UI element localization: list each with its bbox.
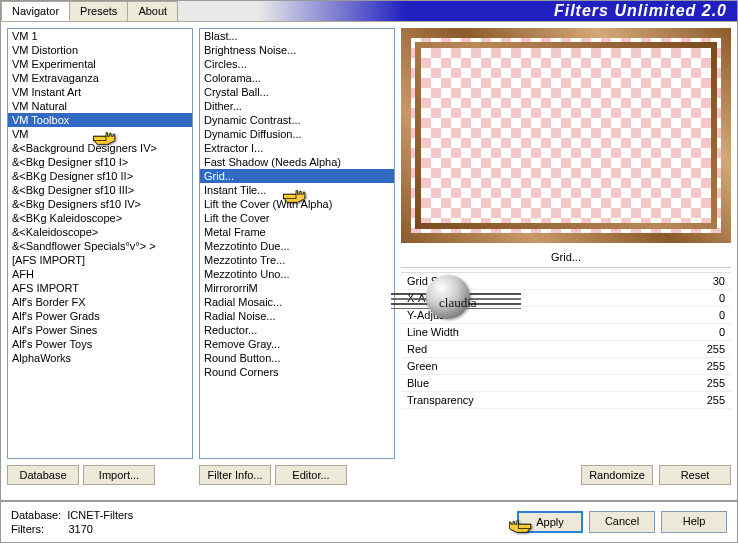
- category-item[interactable]: VM Extravaganza: [8, 71, 192, 85]
- database-button[interactable]: Database: [7, 465, 79, 485]
- filter-item[interactable]: Crystal Ball...: [200, 85, 394, 99]
- param-name: Grid Size: [407, 275, 452, 287]
- import-button[interactable]: Import...: [83, 465, 155, 485]
- filter-item[interactable]: Round Button...: [200, 351, 394, 365]
- category-item[interactable]: AFH: [8, 267, 192, 281]
- parameter-list[interactable]: Grid Size30X-Adjust0Y-Adjust0Line Width0…: [401, 272, 731, 459]
- param-row[interactable]: Line Width0: [401, 324, 731, 341]
- param-row[interactable]: Y-Adjust0: [401, 307, 731, 324]
- preview-image: [401, 28, 731, 243]
- category-item[interactable]: VM Natural: [8, 99, 192, 113]
- tab-navigator[interactable]: Navigator: [1, 1, 70, 21]
- filter-item[interactable]: Colorama...: [200, 71, 394, 85]
- category-column: VM 1VM DistortionVM ExperimentalVM Extra…: [7, 28, 193, 485]
- filter-item[interactable]: Dither...: [200, 99, 394, 113]
- filters-count-label: Filters:: [11, 523, 44, 535]
- main-panel: VM 1VM DistortionVM ExperimentalVM Extra…: [1, 21, 737, 491]
- param-row[interactable]: X-Adjust0: [401, 290, 731, 307]
- category-item[interactable]: VM Experimental: [8, 57, 192, 71]
- editor-button[interactable]: Editor...: [275, 465, 347, 485]
- category-item[interactable]: &<Sandflower Specials°v°> >: [8, 239, 192, 253]
- apply-button[interactable]: Apply: [517, 511, 583, 533]
- category-item[interactable]: VM: [8, 127, 192, 141]
- tab-about[interactable]: About: [127, 1, 178, 21]
- filter-item[interactable]: Mezzotinto Tre...: [200, 253, 394, 267]
- reset-button[interactable]: Reset: [659, 465, 731, 485]
- category-item[interactable]: VM Toolbox: [8, 113, 192, 127]
- param-value: 0: [719, 326, 725, 338]
- category-item[interactable]: &<BKg Kaleidoscope>: [8, 211, 192, 225]
- filter-item[interactable]: Round Corners: [200, 365, 394, 379]
- param-name: Y-Adjust: [407, 309, 448, 321]
- tab-strip: Navigator Presets About: [1, 1, 177, 21]
- category-item[interactable]: &<Kaleidoscope>: [8, 225, 192, 239]
- filter-item[interactable]: Grid...: [200, 169, 394, 183]
- filter-item[interactable]: MirrororriM: [200, 281, 394, 295]
- app-title: Filters Unlimited 2.0: [554, 2, 727, 20]
- param-name: Line Width: [407, 326, 459, 338]
- filter-item[interactable]: Mezzotinto Uno...: [200, 267, 394, 281]
- footer-bar: Database: ICNET-Filters Filters: 3170 Ap…: [1, 500, 737, 542]
- filter-item[interactable]: Circles...: [200, 57, 394, 71]
- filter-item[interactable]: Dynamic Diffusion...: [200, 127, 394, 141]
- param-value: 255: [707, 343, 725, 355]
- filter-item[interactable]: Mezzotinto Due...: [200, 239, 394, 253]
- param-value: 30: [713, 275, 725, 287]
- help-button[interactable]: Help: [661, 511, 727, 533]
- cancel-button[interactable]: Cancel: [589, 511, 655, 533]
- tab-presets[interactable]: Presets: [69, 1, 128, 21]
- randomize-button[interactable]: Randomize: [581, 465, 653, 485]
- param-name: X-Adjust: [407, 292, 449, 304]
- category-item[interactable]: VM Distortion: [8, 43, 192, 57]
- filter-item[interactable]: Lift the Cover: [200, 211, 394, 225]
- category-item[interactable]: AlphaWorks: [8, 351, 192, 365]
- preview-column: Grid... Grid Size30X-Adjust0Y-Adjust0Lin…: [401, 28, 731, 485]
- db-label: Database:: [11, 509, 61, 521]
- param-value: 255: [707, 360, 725, 372]
- category-item[interactable]: [AFS IMPORT]: [8, 253, 192, 267]
- param-name: Transparency: [407, 394, 474, 406]
- category-item[interactable]: VM 1: [8, 29, 192, 43]
- filter-item[interactable]: Metal Frame: [200, 225, 394, 239]
- param-row[interactable]: Blue255: [401, 375, 731, 392]
- filter-item[interactable]: Radial Mosaic...: [200, 295, 394, 309]
- param-row[interactable]: Green255: [401, 358, 731, 375]
- param-name: Red: [407, 343, 427, 355]
- filter-listbox[interactable]: Blast...Brightness Noise...Circles...Col…: [199, 28, 395, 459]
- param-row[interactable]: Red255: [401, 341, 731, 358]
- category-item[interactable]: &<Bkg Designer sf10 III>: [8, 183, 192, 197]
- param-row[interactable]: Transparency255: [401, 392, 731, 409]
- filter-item[interactable]: Blast...: [200, 29, 394, 43]
- category-item[interactable]: Alf's Border FX: [8, 295, 192, 309]
- category-item[interactable]: Alf's Power Sines: [8, 323, 192, 337]
- filter-item[interactable]: Reductor...: [200, 323, 394, 337]
- filter-item[interactable]: Dynamic Contrast...: [200, 113, 394, 127]
- filter-item[interactable]: Instant Tile...: [200, 183, 394, 197]
- category-item[interactable]: VM Instant Art: [8, 85, 192, 99]
- category-item[interactable]: Alf's Power Grads: [8, 309, 192, 323]
- filter-item[interactable]: Remove Gray...: [200, 337, 394, 351]
- param-value: 0: [719, 309, 725, 321]
- filter-item[interactable]: Extractor I...: [200, 141, 394, 155]
- filters-count-value: 3170: [68, 523, 92, 535]
- header-bar: Navigator Presets About Filters Unlimite…: [1, 1, 737, 21]
- category-item[interactable]: Alf's Power Toys: [8, 337, 192, 351]
- param-value: 0: [719, 292, 725, 304]
- filterinfo-button[interactable]: Filter Info...: [199, 465, 271, 485]
- db-value: ICNET-Filters: [67, 509, 133, 521]
- category-item[interactable]: AFS IMPORT: [8, 281, 192, 295]
- category-item[interactable]: &<Bkg Designer sf10 I>: [8, 155, 192, 169]
- filter-item[interactable]: Fast Shadow (Needs Alpha): [200, 155, 394, 169]
- filter-item[interactable]: Lift the Cover (With Alpha): [200, 197, 394, 211]
- current-filter-label: Grid...: [401, 243, 731, 268]
- category-item[interactable]: &<Background Designers IV>: [8, 141, 192, 155]
- category-item[interactable]: &<Bkg Designers sf10 IV>: [8, 197, 192, 211]
- filter-item[interactable]: Brightness Noise...: [200, 43, 394, 57]
- category-item[interactable]: &<BKg Designer sf10 II>: [8, 169, 192, 183]
- param-name: Green: [407, 360, 438, 372]
- param-row[interactable]: Grid Size30: [401, 273, 731, 290]
- filter-column: Blast...Brightness Noise...Circles...Col…: [199, 28, 395, 485]
- param-value: 255: [707, 394, 725, 406]
- filter-item[interactable]: Radial Noise...: [200, 309, 394, 323]
- category-listbox[interactable]: VM 1VM DistortionVM ExperimentalVM Extra…: [7, 28, 193, 459]
